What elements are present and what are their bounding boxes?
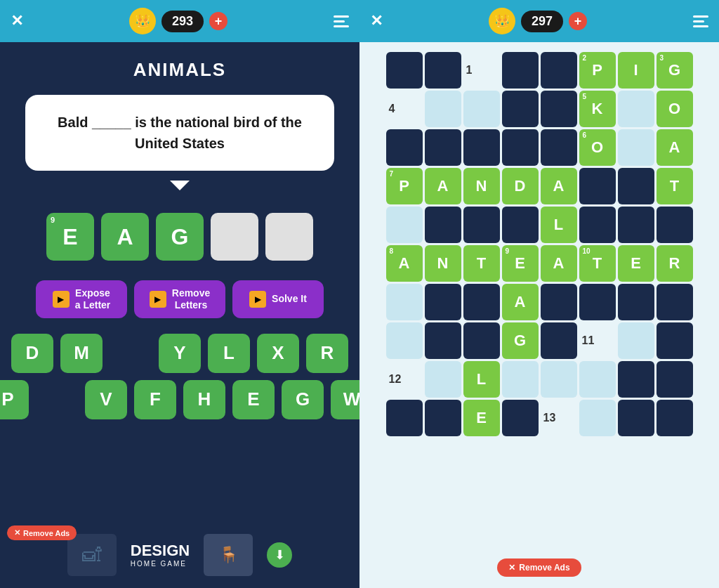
cell-r10c6[interactable] <box>579 400 616 436</box>
cell-r6c8-R[interactable]: R <box>657 245 693 282</box>
cell-r5c7 <box>618 207 654 243</box>
cell-r9c7 <box>618 361 654 398</box>
cell-r4c5-A[interactable]: A <box>541 168 577 204</box>
cell-r3c6-O[interactable]: 6O <box>579 129 616 166</box>
cell-r2c2[interactable] <box>425 91 461 127</box>
cell-r9c5[interactable] <box>541 361 577 398</box>
letter-tile-2[interactable]: A <box>101 213 149 261</box>
key-V[interactable]: V <box>85 380 127 419</box>
cell-r6c2-N[interactable]: N <box>425 245 461 282</box>
key-H[interactable]: H <box>183 380 225 419</box>
key-X[interactable]: X <box>257 334 299 373</box>
cell-r4c1-P[interactable]: 7P <box>386 168 423 204</box>
cell-r3c2 <box>425 129 461 166</box>
cell-r10c4 <box>502 400 539 436</box>
key-E2[interactable]: E <box>232 380 275 419</box>
cell-r9c8 <box>657 361 693 398</box>
cell-r8c7[interactable] <box>618 322 654 359</box>
right-close-button[interactable]: ✕ <box>370 12 383 30</box>
cell-r8c8 <box>657 322 693 359</box>
key-F[interactable]: F <box>134 380 176 419</box>
solve-it-button[interactable]: ▶ Solve It <box>232 280 324 318</box>
cell-r7c7 <box>618 284 654 320</box>
cell-r8c1[interactable] <box>386 322 423 359</box>
letter-tile-4[interactable] <box>211 213 258 261</box>
remove-letters-button[interactable]: ▶ RemoveLetters <box>134 280 225 318</box>
cell-r4c4-D[interactable]: D <box>502 168 539 204</box>
cell-r1c2 <box>425 52 461 89</box>
cell-r1c6-P[interactable]: 2P <box>579 52 616 89</box>
cell-r10c1 <box>386 400 423 436</box>
cell-r5c2 <box>425 207 461 243</box>
cell-r6c5-A[interactable]: A <box>541 245 577 282</box>
cell-r9c2[interactable] <box>425 361 461 398</box>
left-remove-ads-button[interactable]: ✕Remove Ads <box>7 525 77 540</box>
remove-letters-icon: ▶ <box>150 291 166 308</box>
cell-r1c8-G[interactable]: 3G <box>657 52 693 89</box>
cell-r2c8-O[interactable]: O <box>657 91 693 127</box>
cell-r7c1[interactable] <box>386 284 423 320</box>
cell-r9c4[interactable] <box>502 361 539 398</box>
cell-r2c4 <box>502 91 539 127</box>
ad-download-button[interactable]: ⬇ <box>267 542 292 568</box>
cell-r8c3 <box>463 322 500 359</box>
cell-r6c6-T[interactable]: 10T <box>579 245 616 282</box>
cell-r10c3-E[interactable]: E <box>463 400 500 436</box>
right-menu-icon[interactable] <box>693 15 708 27</box>
ad-content: 🛋 DESIGN HOME GAME 🪑 ⬇ <box>60 527 299 583</box>
cell-r7c6 <box>579 284 616 320</box>
letter-tile-1[interactable]: 9 E <box>46 213 94 261</box>
category-title: ANIMALS <box>133 59 226 81</box>
cell-r8c4-G[interactable]: G <box>502 322 539 359</box>
expose-letter-label: Exposea Letter <box>75 287 111 311</box>
cell-r9c6[interactable] <box>579 361 616 398</box>
cell-r5c1[interactable] <box>386 207 423 243</box>
cell-r9c3-L[interactable]: L <box>463 361 500 398</box>
cell-r10c7 <box>618 400 654 436</box>
letter-tile-3[interactable]: G <box>156 213 204 261</box>
key-R[interactable]: R <box>306 334 348 373</box>
cell-r10c5-13: 13 <box>541 400 577 436</box>
ad-text: DESIGN HOME GAME <box>131 542 190 568</box>
cell-r3c8-A[interactable]: A <box>657 129 693 166</box>
cell-r6c3-T[interactable]: T <box>463 245 500 282</box>
cell-r3c7[interactable] <box>618 129 654 166</box>
cell-r6c4-E[interactable]: 9E <box>502 245 539 282</box>
cell-r2c6-K[interactable]: 5K <box>579 91 616 127</box>
cell-r6c1-A[interactable]: 8A <box>386 245 423 282</box>
left-crown-icon: 👑 <box>129 8 156 34</box>
key-Y[interactable]: Y <box>159 334 201 373</box>
ad-subtitle: HOME GAME <box>131 560 190 568</box>
cell-r2c3[interactable] <box>463 91 500 127</box>
clue-bubble: Bald _____ is the national bird of the U… <box>25 95 334 171</box>
key-M[interactable]: M <box>60 334 103 373</box>
cell-r1c7-I[interactable]: I <box>618 52 654 89</box>
key-P[interactable]: P <box>0 380 29 419</box>
cell-r5c6 <box>579 207 616 243</box>
cell-r4c8-T[interactable]: T <box>657 168 693 204</box>
cell-r2c7[interactable] <box>618 91 654 127</box>
key-L[interactable]: L <box>208 334 250 373</box>
tile-letter-1: E <box>62 224 77 250</box>
key-G[interactable]: G <box>282 380 324 419</box>
cell-r5c5-L[interactable]: L <box>541 207 577 243</box>
cell-r3c4 <box>502 129 539 166</box>
left-menu-icon[interactable] <box>334 15 349 27</box>
expose-letter-button[interactable]: ▶ Exposea Letter <box>36 280 127 318</box>
left-close-button[interactable]: ✕ <box>11 12 23 30</box>
left-score-area: 👑 293 + <box>129 8 227 34</box>
cell-r7c5 <box>541 284 577 320</box>
solve-it-label: Solve It <box>272 293 307 305</box>
clue-text: Bald _____ is the national bird of the U… <box>45 112 315 154</box>
key-D[interactable]: D <box>11 334 53 373</box>
right-remove-ads-button[interactable]: ✕Remove Ads <box>497 558 581 577</box>
letter-tile-5[interactable] <box>265 213 313 261</box>
cell-r6c7-E[interactable]: E <box>618 245 654 282</box>
cell-r4c3-N[interactable]: N <box>463 168 500 204</box>
right-plus-button[interactable]: + <box>569 12 587 30</box>
cell-r4c2-A[interactable]: A <box>425 168 461 204</box>
cell-r7c4-A[interactable]: A <box>502 284 539 320</box>
right-remove-ads-label: Remove Ads <box>519 563 569 573</box>
cell-r1c5 <box>541 52 577 89</box>
left-plus-button[interactable]: + <box>209 12 227 30</box>
